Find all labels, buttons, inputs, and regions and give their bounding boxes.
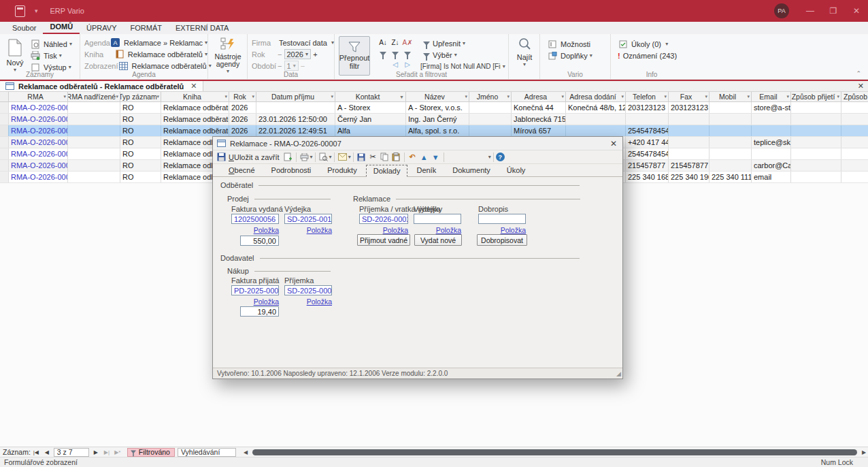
addons-button[interactable]: Doplňky ▾ xyxy=(547,50,610,61)
dialog-tab-podrobnosti[interactable]: Podrobnosti xyxy=(264,164,319,176)
cell-typ-zaznamu[interactable]: RO xyxy=(120,148,161,159)
column-dropdown-icon[interactable]: ▾ xyxy=(465,94,467,99)
rok-select[interactable]: 2026 ▾ xyxy=(284,49,312,59)
save-record-icon[interactable] xyxy=(356,152,367,163)
column-dropdown-icon[interactable]: ▾ xyxy=(561,94,564,99)
cell-zpusob-prijeti[interactable] xyxy=(791,125,841,136)
filter-selection-icon[interactable] xyxy=(377,48,389,59)
column-header-typ-zaznamu[interactable]: Typ záznam▾ xyxy=(120,92,161,101)
tab-domu[interactable]: DOMŮ xyxy=(43,21,80,34)
chevron-down-icon[interactable]: ▾ xyxy=(329,154,332,160)
column-header-jmeno[interactable]: Jméno▾ xyxy=(469,92,512,101)
cell-email[interactable]: teplice@skolin xyxy=(752,137,791,148)
cell-zpusob-prijeti[interactable] xyxy=(791,114,841,125)
user-avatar[interactable]: PA xyxy=(774,3,789,18)
filter-apply-icon[interactable] xyxy=(389,48,401,59)
find-button[interactable]: Najít ▾ xyxy=(509,34,540,67)
faktura-prijata-input[interactable]: PD-2025-00001 xyxy=(231,285,279,295)
cell-fax[interactable] xyxy=(669,114,710,125)
cell-rma-nadrizene[interactable] xyxy=(68,114,120,125)
cell-zpusob[interactable] xyxy=(841,125,868,136)
zobrazeni-selector[interactable]: ZobrazeníReklamace odběratelů ▾ xyxy=(84,60,207,71)
cell-fax[interactable] xyxy=(669,148,710,159)
cell-adresa-dodani[interactable] xyxy=(566,125,626,136)
next-record-button[interactable]: ▶ xyxy=(90,448,101,457)
column-dropdown-icon[interactable]: ▾ xyxy=(664,94,667,99)
column-header-nazev[interactable]: Název▾ xyxy=(406,92,469,101)
next-record-icon[interactable]: ▼ xyxy=(430,152,441,163)
cell-zpusob[interactable] xyxy=(841,172,868,182)
polozka-link[interactable]: Položka xyxy=(361,226,408,234)
cell-rma[interactable]: RMA-O-2026-00008 xyxy=(9,148,68,159)
advanced-filter-button[interactable]: Upřesnit ▾ xyxy=(420,37,505,49)
polozka-link[interactable]: Položka xyxy=(478,226,526,234)
export-icon[interactable] xyxy=(337,152,348,163)
cell-fax[interactable]: 203123123 xyxy=(669,102,710,113)
cell-zpusob[interactable] xyxy=(841,160,868,171)
toggle-filter-button[interactable]: Přepnout filtr xyxy=(339,36,370,76)
cell-rma-nadrizene[interactable] xyxy=(68,148,120,159)
obdobi-select[interactable]: 1 ▾ xyxy=(284,61,299,71)
cell-mobil[interactable] xyxy=(710,114,752,125)
firma-select[interactable]: Testovací data xyxy=(277,37,329,48)
cell-jmeno[interactable] xyxy=(469,114,512,125)
scroll-right-icon[interactable]: ▶ xyxy=(860,448,868,457)
column-header-datum-prijmu[interactable]: Datum příjmu▾ xyxy=(256,92,335,101)
obdobi-minus-button[interactable]: − xyxy=(301,62,305,70)
cell-adresa-dodani[interactable] xyxy=(566,114,626,125)
column-dropdown-icon[interactable]: ▾ xyxy=(252,94,254,99)
dialog-tab-denik[interactable]: Deník xyxy=(409,164,444,176)
rok-plus-button[interactable]: + xyxy=(313,50,317,59)
cell-email[interactable]: email xyxy=(752,172,791,182)
dialog-tab-doklady[interactable]: Doklady xyxy=(366,165,408,177)
chevron-down-icon[interactable]: ▾ xyxy=(348,154,351,160)
dialog-tab-ukoly[interactable]: Úkoly xyxy=(499,164,533,176)
cell-datum-prijmu[interactable]: 23.01.2026 12:50:00 xyxy=(256,114,335,125)
tasks-button[interactable]: Úkoly (0) ▾ xyxy=(618,38,692,50)
column-header-zpusob[interactable]: Způsob▾ xyxy=(841,92,868,101)
column-dropdown-icon[interactable]: ▾ xyxy=(63,94,66,99)
column-header-rma-nadrizene[interactable]: RMA nadřízené▾ xyxy=(68,92,120,101)
tab-upravy[interactable]: ÚPRAVY xyxy=(80,22,123,34)
document-tab[interactable]: Reklamace odběratelů - Reklamace odběrat… xyxy=(0,81,203,91)
row-selector[interactable] xyxy=(0,148,9,159)
column-dropdown-icon[interactable]: ▾ xyxy=(747,94,750,99)
cut-icon[interactable]: ✂ xyxy=(367,152,379,163)
dialog-tab-dokumenty[interactable]: Dokumenty xyxy=(445,164,498,176)
scrollbar-thumb[interactable] xyxy=(252,449,857,455)
kniha-selector[interactable]: KnihaReklamace odběratelů ▾ xyxy=(84,48,207,60)
cell-adresa[interactable]: Konečná 44 xyxy=(512,102,566,113)
prijemka-nakup-input[interactable]: SD-2025-00007 xyxy=(284,285,332,295)
cell-email[interactable] xyxy=(752,148,791,159)
undo-icon[interactable]: ↶ xyxy=(407,152,418,163)
cell-fax[interactable] xyxy=(669,125,710,136)
cell-rma[interactable]: RMA-O-2026-00007 xyxy=(9,125,68,136)
prodej-amount-input[interactable]: 550,00 xyxy=(240,236,279,246)
dialog-tab-obecne[interactable]: Obecné xyxy=(221,164,263,176)
tab-soubor[interactable]: Soubor xyxy=(5,22,43,34)
cell-zpusob-prijeti[interactable] xyxy=(791,148,841,159)
cell-telefon[interactable]: 2545478454 xyxy=(626,125,669,136)
cell-typ-zaznamu[interactable]: RO xyxy=(120,160,161,171)
cell-datum-prijmu[interactable] xyxy=(256,102,335,113)
sort-ascending-icon[interactable]: A↓ xyxy=(377,37,389,48)
cell-rma-nadrizene[interactable] xyxy=(68,125,120,136)
filter-clear-icon[interactable] xyxy=(401,48,414,59)
previous-record-button[interactable]: ◀ xyxy=(41,448,52,457)
cell-kontakt[interactable]: A - Storex xyxy=(335,102,406,113)
cell-adresa[interactable]: Jablonecká 715 xyxy=(512,114,566,125)
cell-rma[interactable]: RMA-O-2026-00002 xyxy=(9,114,68,125)
cell-rma[interactable]: RMA-O-2026-00010 xyxy=(9,172,68,182)
nakup-amount-input[interactable]: 19,40 xyxy=(240,306,279,317)
column-dropdown-icon[interactable]: ▾ xyxy=(786,94,789,99)
close-all-icon[interactable]: ✕ xyxy=(858,82,864,91)
cell-jmeno[interactable] xyxy=(469,125,512,136)
cell-kontakt[interactable]: Černý Jan xyxy=(335,114,406,125)
cell-telefon[interactable]: +420 417 445 2 xyxy=(626,137,669,148)
close-tab-icon[interactable]: ✕ xyxy=(190,82,197,91)
first-record-button[interactable]: |◀ xyxy=(31,448,41,457)
column-header-telefon[interactable]: Telefon▾ xyxy=(626,92,669,101)
save-icon[interactable] xyxy=(216,152,227,163)
print-icon[interactable] xyxy=(299,152,310,163)
cell-zpusob-prijeti[interactable] xyxy=(791,172,841,182)
